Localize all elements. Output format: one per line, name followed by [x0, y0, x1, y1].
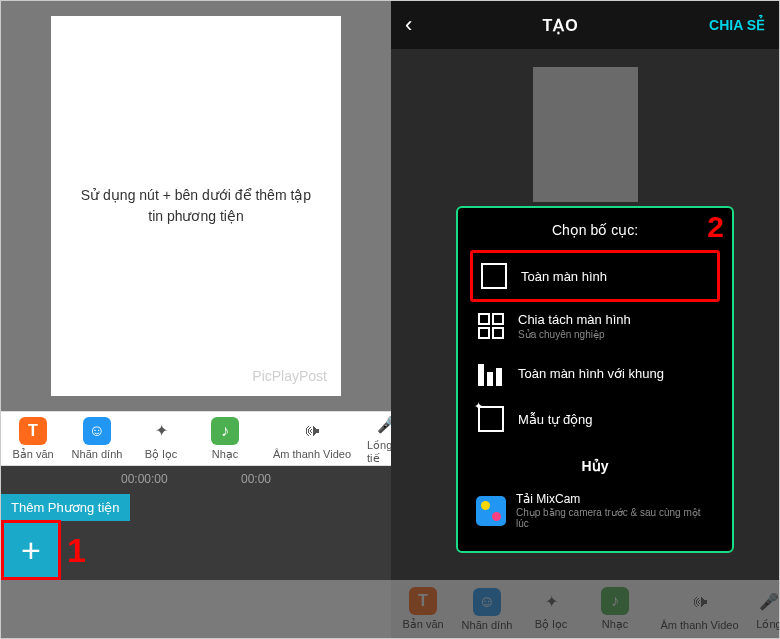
time-start: 00:00:00 — [121, 472, 168, 496]
time-end: 00:00 — [241, 472, 271, 496]
preview-card-right — [533, 67, 638, 202]
mic-icon: 🎤 — [755, 587, 780, 615]
tool-music[interactable]: ♪ Nhạc — [193, 412, 257, 465]
frame-icon — [478, 360, 504, 386]
mixcam-icon — [476, 496, 506, 526]
bottom-toolbar-right: T Bản văn ☺ Nhãn dính ✦ Bộ lọc ♪ Nhạc 🕪 … — [391, 580, 779, 638]
tool-label: Nhãn dính — [72, 448, 123, 460]
bottom-toolbar: T Bản văn ☺ Nhãn dính ✦ Bộ lọc ♪ Nhạc 🕪 … — [1, 411, 391, 466]
fullscreen-icon — [481, 263, 507, 289]
preview-card: Sử dụng nút + bên dưới để thêm tập tin p… — [51, 16, 341, 396]
tool-label: Nhạc — [212, 448, 239, 461]
split-icon — [478, 313, 504, 339]
sticker-icon: ☺ — [473, 588, 501, 616]
preview-area-right — [391, 49, 779, 204]
promo-mixcam[interactable]: Tải MixCam Chụp bằng camera trước & sau … — [470, 484, 720, 537]
left-screen: Sử dụng nút + bên dưới để thêm tập tin p… — [1, 1, 391, 638]
tool-label: Âm thanh Video — [273, 448, 351, 460]
header: ‹ TẠO CHIA SẺ — [391, 1, 779, 49]
tool-sticker[interactable]: ☺ Nhãn dính — [65, 412, 129, 465]
option-split[interactable]: Chia tách màn hình Sửa chuyên nghiệp — [470, 302, 720, 350]
option-label: Chia tách màn hình — [518, 312, 712, 327]
cancel-button[interactable]: Hủy — [470, 448, 720, 484]
preview-area: Sử dụng nút + bên dưới để thêm tập tin p… — [1, 1, 391, 411]
option-sublabel: Sửa chuyên nghiệp — [518, 329, 712, 340]
add-media-button-highlight: + — [1, 520, 61, 580]
back-button[interactable]: ‹ — [405, 12, 412, 38]
promo-title: Tải MixCam — [516, 492, 714, 506]
right-screen: ‹ TẠO CHIA SẺ 2 Chọn bố cục: Toàn màn hì… — [391, 1, 779, 638]
tool-label: Nhạc — [602, 618, 629, 631]
tool-music[interactable]: ♪ Nhạc — [583, 587, 647, 631]
promo-sub: Chụp bằng camera trước & sau cùng một lú… — [516, 507, 714, 529]
auto-icon — [478, 406, 504, 432]
page-title: TẠO — [543, 16, 579, 35]
step-badge-2: 2 — [707, 210, 724, 244]
option-label: Mẫu tự động — [518, 412, 712, 427]
add-media-tooltip: Thêm Phương tiện — [1, 494, 130, 521]
tool-label: Âm thanh Video — [660, 619, 738, 631]
tool-label: Nhãn dính — [462, 619, 513, 631]
speaker-icon: 🕪 — [298, 417, 326, 445]
tool-sticker[interactable]: ☺ Nhãn dính — [455, 588, 519, 631]
tool-filter[interactable]: ✦ Bộ lọc — [129, 412, 193, 465]
tool-caption[interactable]: 🎤 Lồng — [752, 587, 780, 631]
tool-label: Bản văn — [402, 618, 443, 631]
tool-audio-video[interactable]: 🕪 Âm thanh Video — [647, 588, 752, 631]
sticker-icon: ☺ — [83, 417, 111, 445]
tool-filter[interactable]: ✦ Bộ lọc — [519, 587, 583, 631]
tool-label: Bộ lọc — [535, 618, 567, 631]
preview-placeholder-text: Sử dụng nút + bên dưới để thêm tập tin p… — [51, 185, 341, 227]
wand-icon: ✦ — [537, 587, 565, 615]
timeline: 00:00:00 00:00 Thêm Phương tiện + 1 — [1, 466, 391, 580]
wand-icon: ✦ — [147, 417, 175, 445]
layout-dialog: 2 Chọn bố cục: Toàn màn hình Chia tách m… — [456, 206, 734, 553]
music-icon: ♪ — [601, 587, 629, 615]
speaker-icon: 🕪 — [686, 588, 714, 616]
option-fullscreen[interactable]: Toàn màn hình — [470, 250, 720, 302]
option-label: Toàn màn hình — [521, 269, 709, 284]
text-icon: T — [409, 587, 437, 615]
music-icon: ♪ — [211, 417, 239, 445]
option-frame[interactable]: Toàn màn hình với khung — [470, 350, 720, 396]
text-icon: T — [19, 417, 47, 445]
tool-label: Bản văn — [12, 448, 53, 461]
tool-label: Lồng — [756, 618, 780, 631]
tool-text[interactable]: T Bản văn — [391, 587, 455, 631]
option-label: Toàn màn hình với khung — [518, 366, 712, 381]
step-badge-1: 1 — [67, 531, 86, 570]
option-auto[interactable]: Mẫu tự động — [470, 396, 720, 442]
share-button[interactable]: CHIA SẺ — [709, 17, 765, 33]
tool-audio-video[interactable]: 🕪 Âm thanh Video — [257, 412, 367, 465]
watermark: PicPlayPost — [252, 368, 327, 384]
tool-label: Bộ lọc — [145, 448, 177, 461]
add-media-button[interactable]: + — [4, 523, 58, 577]
dialog-title: Chọn bố cục: — [470, 222, 720, 238]
tool-text[interactable]: T Bản văn — [1, 412, 65, 465]
